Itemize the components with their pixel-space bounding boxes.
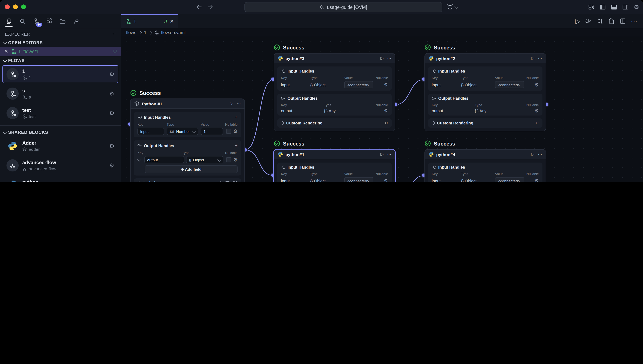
attach-icon[interactable] [218,181,222,182]
flows-section-header[interactable]: FLOWS [0,56,121,64]
node-header[interactable]: Python #1 ▷⋯ [130,99,244,109]
explorer-more-icon[interactable]: ⋯ [111,31,116,36]
handle-settings-icon[interactable]: ⚙ [534,178,539,182]
compare-changes-icon[interactable] [597,18,603,24]
handle-settings-icon[interactable]: ⚙ [384,108,388,113]
shared-block-adder[interactable]: Adder adder ⚙ [2,137,118,155]
input-handles-icon [281,69,286,73]
toggle-primary-sidebar-icon[interactable] [600,4,606,10]
refresh-icon[interactable]: ↻ [384,121,388,125]
tab-flow-1[interactable]: 1 U ✕ [121,14,178,28]
key-activity-icon[interactable] [71,16,81,27]
close-window-button[interactable] [5,4,10,9]
expand-output-icon[interactable] [137,158,141,162]
add-output-handle-icon[interactable]: + [235,143,238,148]
nullable-checkbox[interactable] [226,157,231,162]
export-file-icon[interactable] [608,18,614,24]
refresh-icon[interactable]: ↻ [535,121,539,125]
node-header[interactable]: python#2 ▷⋯ [425,54,546,63]
flow-canvas[interactable]: Success Python #1 ▷⋯ Input Handles+ [121,36,643,182]
open-editor-item[interactable]: ✕ 1 flows/1 U [0,46,121,56]
node-more-icon[interactable]: ⋯ [237,101,241,106]
flows-badge: 44 [36,22,42,27]
split-editor-icon[interactable] [620,18,626,24]
explorer-activity-icon[interactable] [4,16,14,27]
open-external-icon[interactable] [233,181,238,182]
minimize-window-button[interactable] [13,4,18,9]
flow-settings-icon[interactable]: ⚙ [109,71,114,77]
breadcrumb-1[interactable]: 1 [144,30,146,35]
forward-icon[interactable] [208,4,213,9]
flow-settings-icon[interactable]: ⚙ [109,110,114,116]
input-key-field[interactable]: input [138,128,164,135]
handle-settings-icon[interactable]: ⚙ [384,178,388,182]
node-header[interactable]: python#3 ▷⋯ [274,54,395,63]
breadcrumb-file[interactable]: flow.oo.yaml [161,30,186,35]
flow-file-icon [154,30,158,35]
node-header[interactable]: python#4 ▷⋯ [425,150,546,159]
node-more-icon[interactable]: ⋯ [387,152,391,156]
flow-node-python3[interactable]: python#3 ▷⋯ Input Handles KeyTypeValueNu… [274,53,395,131]
handle-settings-icon[interactable]: ⚙ [233,129,238,134]
run-node-icon[interactable]: ▷ [531,152,534,156]
breadcrumb-flows[interactable]: flows [126,30,136,35]
run-node-icon[interactable]: ▷ [230,101,233,106]
open-docs-icon[interactable] [225,181,230,182]
shared-block-advanced-flow[interactable]: advanced-flow advanced-flow ⚙ [2,156,118,174]
rerun-icon[interactable] [586,18,592,24]
handle-settings-icon[interactable]: ⚙ [233,157,238,162]
shared-blocks-header[interactable]: SHARED BLOCKS [0,128,121,136]
block-settings-icon[interactable]: ⚙ [109,162,114,168]
copilot-menu[interactable] [447,4,457,10]
search-activity-icon[interactable] [18,16,27,27]
run-node-icon[interactable]: ▷ [380,56,384,60]
back-icon[interactable] [196,4,202,9]
run-flow-icon[interactable]: ▷ [575,17,580,25]
output-key-field[interactable]: output [144,156,184,163]
close-editor-icon[interactable]: ✕ [4,49,8,54]
output-type-dropdown[interactable]: {}Object [186,156,224,163]
zoom-window-button[interactable] [21,4,26,9]
breadcrumb[interactable]: flows 1 flow.oo.yaml [121,28,643,36]
custom-rendering-section[interactable]: Custom Rendering ↻ [428,118,542,128]
flow-node-scriptlet[interactable]: Python #1 ▷⋯ Input Handles+ KeyTypeValue… [130,98,245,182]
extensions-activity-icon[interactable] [44,16,54,27]
toggle-secondary-sidebar-icon[interactable] [622,4,628,10]
handle-settings-icon[interactable]: ⚙ [534,108,539,113]
nullable-checkbox[interactable] [226,129,231,134]
block-settings-icon[interactable]: ⚙ [109,143,114,149]
add-input-handle-icon[interactable]: + [235,114,238,120]
node-header[interactable]: python#1 ▷⋯ [274,150,395,159]
add-field-button[interactable]: ⊕ Add field [145,166,238,173]
settings-gear-icon[interactable]: ⚙ [634,4,639,10]
open-editors-header[interactable]: OPEN EDITORS [0,38,121,46]
input-type-dropdown[interactable]: 123Number [167,128,198,135]
input-value-field[interactable]: 1 [201,128,223,135]
node-wrap-python2: Success python#2 ▷⋯ Input Handles KeyTyp… [424,43,546,131]
flow-item-1[interactable]: 1 1 ⚙ [2,65,118,83]
scriptlet-section[interactable]: Scriptlet [134,178,241,182]
run-node-icon[interactable]: ▷ [531,56,534,60]
run-node-icon[interactable]: ▷ [380,152,384,156]
flow-settings-icon[interactable]: ⚙ [109,91,114,96]
customize-layout-icon[interactable] [588,4,594,10]
node-more-icon[interactable]: ⋯ [387,56,391,60]
flow-item-test[interactable]: test test ⚙ [2,104,118,122]
flow-node-python1[interactable]: python#1 ▷⋯ Input Handles KeyTypeValueNu… [274,149,395,182]
handle-settings-icon[interactable]: ⚙ [534,82,539,87]
command-center-search[interactable]: usage-guide [OVM] [244,2,442,12]
output-handles-icon [432,96,436,100]
node-more-icon[interactable]: ⋯ [538,56,542,60]
handle-settings-icon[interactable]: ⚙ [384,82,388,87]
folder-activity-icon[interactable] [58,16,67,27]
toggle-panel-icon[interactable] [611,4,617,10]
shared-block-python[interactable]: python python ⚙ [2,176,118,182]
flow-node-python4[interactable]: python#4 ▷⋯ Input Handles KeyTypeValueNu… [424,149,546,182]
flows-activity-icon[interactable]: 44 [31,16,40,27]
node-more-icon[interactable]: ⋯ [538,152,542,156]
tab-close-icon[interactable]: ✕ [170,19,174,24]
flow-node-python2[interactable]: python#2 ▷⋯ Input Handles KeyTypeValueNu… [424,53,546,131]
editor-more-icon[interactable]: ⋯ [631,17,637,25]
flow-item-s[interactable]: s a ⚙ [2,85,118,102]
custom-rendering-section[interactable]: Custom Rendering ↻ [277,118,392,128]
